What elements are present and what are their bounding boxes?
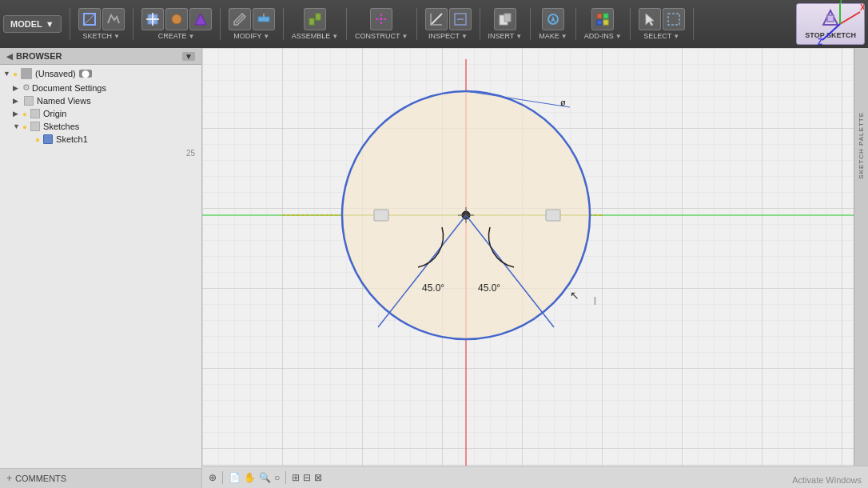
toolbar-divider-4 (283, 8, 284, 40)
comments-label: COMMENTS (15, 474, 66, 483)
tree-item-doc-settings[interactable]: ▶ ⚙ Document Settings (0, 81, 201, 94)
svg-marker-23 (646, 14, 654, 26)
construct-label: CONSTRUCT ▼ (355, 32, 408, 40)
palette-label: SKETCH PALETTE (858, 112, 865, 179)
svg-rect-7 (258, 17, 269, 22)
expand-arrow-sketches: ▼ (13, 122, 21, 130)
comments-section[interactable]: + COMMENTS (0, 468, 201, 488)
right-palette: SKETCH PALETTE (854, 48, 868, 488)
toolbar-section-insert[interactable]: INSERT ▼ (484, 6, 528, 42)
sketch1-icon (43, 134, 53, 144)
sketch1-label: Sketch1 (56, 134, 88, 144)
canvas-area[interactable]: 45.0° 45.0° ø ↖ | SKETCH PALETTE ⊕ 📄 ✋ 🔍 (202, 48, 868, 488)
sketch-label: SKETCH ▼ (82, 32, 119, 40)
status-table-icon[interactable]: ⊟ (303, 472, 311, 483)
status-circle-icon[interactable]: ○ (274, 472, 280, 483)
svg-line-31 (822, 24, 840, 40)
toolbar-divider-7 (480, 8, 480, 40)
root-folder-icon (21, 68, 32, 79)
model-button[interactable]: MODEL ▼ (3, 15, 62, 33)
create-icon-2 (165, 8, 188, 30)
add-ins-icons (591, 8, 614, 30)
tree-item-named-views[interactable]: ▶ Named Views (0, 94, 201, 107)
toolbar-section-make[interactable]: MAKE ▼ (534, 6, 571, 42)
tree-item-sketches[interactable]: ▼ ● Sketches (0, 120, 201, 133)
toolbar-divider-8 (530, 8, 531, 40)
status-search-icon[interactable]: 🔍 (259, 472, 271, 483)
status-hand-icon[interactable]: ✋ (244, 472, 256, 483)
activate-windows-text: Activate Windows (792, 475, 862, 485)
toolbar-section-create[interactable]: CREATE ▼ (137, 6, 217, 42)
sidebar: ◀ BROWSER ▼ ▼ ● (Unsaved) ⬤ ▶ ⚙ Document… (0, 48, 202, 488)
svg-rect-24 (668, 14, 679, 25)
browser-header: ◀ BROWSER ▼ (0, 48, 201, 65)
tree-item-sketch1[interactable]: ● Sketch1 (0, 133, 201, 146)
toolbar-section-add-ins[interactable]: ADD-INS ▼ (579, 6, 627, 42)
model-arrow: ▼ (46, 19, 54, 29)
status-doc-icon[interactable]: 📄 (229, 472, 241, 483)
status-sep-2 (285, 471, 286, 484)
sketch1-eye-icon: ● (35, 135, 40, 144)
sketch-icons (78, 8, 125, 30)
make-icons (542, 8, 564, 30)
toolbar-divider-1 (70, 8, 70, 40)
status-grid-icon[interactable]: ⊞ (292, 472, 300, 483)
sketch-icon-1 (78, 8, 101, 30)
toolbar-section-sketch[interactable]: SKETCH ▼ (74, 6, 129, 42)
expand-arrow-origin: ▶ (13, 110, 21, 118)
toolbar-section-construct[interactable]: CONSTRUCT ▼ (350, 6, 412, 42)
toolbar-divider-6 (416, 8, 417, 40)
unsaved-badge: ⬤ (79, 70, 92, 78)
comments-plus-icon: + (6, 473, 12, 484)
add-ins-icon-1 (591, 8, 614, 30)
expand-arrow-doc: ▶ (13, 84, 21, 92)
tree-item-origin[interactable]: ▶ ● Origin (0, 107, 201, 120)
select-icons (639, 8, 685, 30)
svg-rect-34 (202, 48, 868, 488)
row-number: 25 (186, 149, 195, 158)
tree-area: ▼ ● (Unsaved) ⬤ ▶ ⚙ Document Settings ▶ … (0, 65, 201, 468)
modify-icon-2 (253, 8, 275, 30)
expand-arrow-views: ▶ (13, 97, 21, 105)
make-label: MAKE ▼ (539, 32, 567, 40)
add-ins-label: ADD-INS ▼ (584, 32, 622, 40)
toolbar-divider-10 (630, 8, 631, 40)
svg-line-1 (84, 14, 95, 25)
svg-rect-22 (603, 20, 608, 25)
origin-folder-icon (30, 109, 40, 118)
browser-collapse-button[interactable]: ◀ (6, 52, 13, 61)
root-label: (Unsaved) (35, 69, 76, 78)
toolbar-divider-5 (346, 8, 347, 40)
svg-marker-6 (195, 14, 206, 25)
browser-title: BROWSER (16, 51, 62, 61)
toolbar-section-assemble[interactable]: ASSEMBLE ▼ (287, 6, 343, 42)
toolbar-divider-11 (693, 8, 694, 40)
sketch-icon-2 (102, 8, 125, 30)
browser-toggle[interactable]: ▼ (182, 52, 195, 61)
tree-item-root[interactable]: ▼ ● (Unsaved) ⬤ (0, 66, 201, 81)
origin-label: Origin (43, 109, 66, 118)
svg-text:X: X (860, 3, 864, 12)
status-bar: ⊕ 📄 ✋ 🔍 ○ ⊞ ⊟ ⊠ Activate Windows (202, 466, 868, 488)
root-eye-icon: ● (13, 70, 18, 78)
toolbar-divider-2 (133, 8, 133, 40)
toolbar-section-inspect[interactable]: INSPECT ▼ (420, 6, 476, 42)
model-label: MODEL (10, 19, 42, 29)
toolbar-divider-3 (220, 8, 221, 40)
create-icon-3 (189, 8, 212, 30)
assemble-icon-1 (304, 8, 326, 30)
make-icon-1 (542, 8, 564, 30)
named-views-label: Named Views (37, 96, 91, 106)
insert-icons (494, 8, 516, 30)
assemble-label: ASSEMBLE ▼ (292, 32, 338, 40)
svg-rect-20 (603, 14, 608, 18)
inspect-icon-2 (449, 8, 472, 30)
status-move-icon[interactable]: ⊕ (209, 472, 217, 483)
svg-rect-17 (504, 14, 511, 22)
toolbar-section-modify[interactable]: MODIFY ▼ (224, 6, 280, 42)
inspect-icon-1 (425, 8, 448, 30)
status-layout-icon[interactable]: ⊠ (314, 472, 322, 483)
toolbar-section-select[interactable]: SELECT ▼ (634, 6, 690, 42)
assemble-icons (304, 8, 326, 30)
svg-rect-19 (597, 14, 602, 18)
